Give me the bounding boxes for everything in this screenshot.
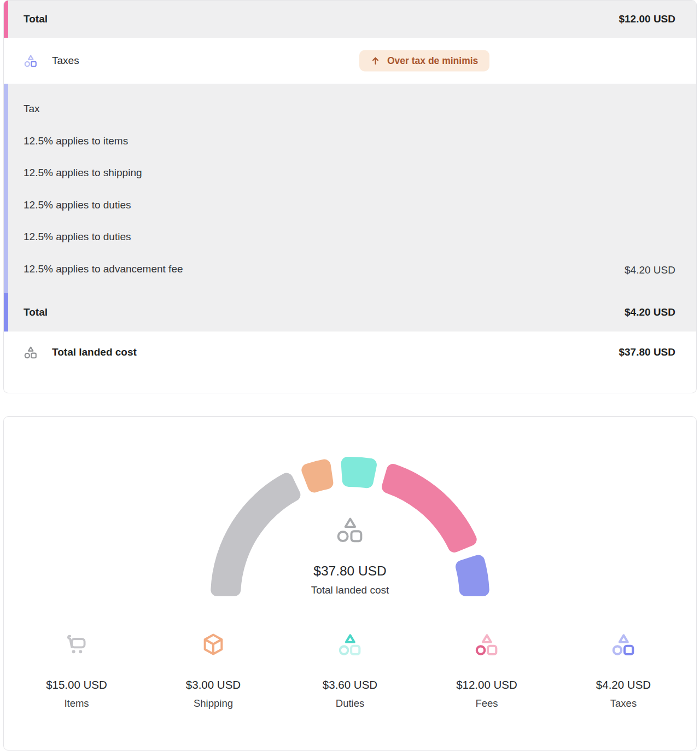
tax-accent-bar-light [4,84,8,293]
badge-text: Over tax de minimis [387,55,478,67]
gauge-segment-fees[interactable] [382,464,477,553]
landed-cost-page: Total $12.00 USD Taxes Over tax de minim… [0,0,700,756]
taxes-section-label: Taxes [52,55,79,67]
tax-subtotal-amount: $4.20 USD [625,264,675,276]
taxes-stat-logo-icon [611,631,636,658]
package-icon [201,631,226,658]
fees-total-label: Total [24,13,48,25]
taxes-section-header[interactable]: Taxes Over tax de minimis [4,38,696,84]
fees-total-row: Total $12.00 USD [4,1,696,38]
stat-taxes-amount: $4.20 USD [596,678,651,691]
gauge-chart-wrap: $37.80 USD Total landed cost [208,439,492,603]
cost-breakdown-card: Total $12.00 USD Taxes Over tax de minim… [3,0,697,393]
taxes-logo-icon [24,54,38,68]
landed-cost-label: Total landed cost [52,346,137,358]
duties-logo-icon [337,631,363,658]
gauge-chart [208,439,492,603]
gauge-segment-taxes[interactable] [456,555,489,596]
fees-total-amount: $12.00 USD [619,13,675,25]
arrow-up-icon [371,56,380,66]
tax-accent-bar [4,293,8,332]
landed-cost-amount: $37.80 USD [619,346,675,358]
stat-duties-label: Duties [336,697,364,710]
tax-detail-line: 12.5% applies to duties [24,189,675,222]
stat-fees-amount: $12.00 USD [456,678,517,691]
stat-fees: $12.00 USD Fees [418,631,555,710]
stat-shipping: $3.00 USD Shipping [145,631,282,710]
tax-rate-lines: Tax12.5% applies to items12.5% applies t… [4,84,696,293]
stat-shipping-amount: $3.00 USD [186,678,241,691]
stat-items-label: Items [64,697,89,710]
stat-taxes-label: Taxes [610,697,637,710]
landed-cost-logo-icon [24,345,38,359]
tax-detail-line: 12.5% applies to items [24,125,675,158]
cost-stats-row: $15.00 USD Items $3.00 USD Shipping [4,631,696,710]
tax-detail-line: Tax [24,93,675,125]
fees-logo-icon [474,631,499,658]
stat-duties-amount: $3.60 USD [323,678,377,691]
tax-total-label: Total [24,306,48,318]
stat-items: $15.00 USD Items [8,631,145,710]
stat-duties: $3.60 USD Duties [282,631,418,710]
stat-shipping-label: Shipping [194,697,233,710]
total-landed-cost-row: Total landed cost $37.80 USD [4,332,696,393]
stat-items-amount: $15.00 USD [46,678,107,691]
tax-detail-line: 12.5% applies to advancement fee [24,253,675,286]
fees-accent-bar [4,1,8,38]
tax-detail-line: 12.5% applies to shipping [24,157,675,189]
tax-total-row: Total $4.20 USD [4,293,696,332]
tax-total-amount: $4.20 USD [625,306,675,318]
stat-taxes: $4.20 USD Taxes [555,631,692,710]
tax-details-block: Tax12.5% applies to items12.5% applies t… [4,84,696,332]
stat-fees-label: Fees [475,697,498,710]
tax-detail-line: 12.5% applies to duties [24,221,675,253]
over-tax-de-minimis-badge[interactable]: Over tax de minimis [359,50,489,72]
gauge-segment-items[interactable] [211,473,300,596]
gauge-segment-shipping[interactable] [301,459,333,492]
cart-icon [64,631,89,658]
gauge-segment-duties[interactable] [341,457,377,488]
landed-cost-chart-card: $37.80 USD Total landed cost $15.00 USD … [3,416,697,751]
